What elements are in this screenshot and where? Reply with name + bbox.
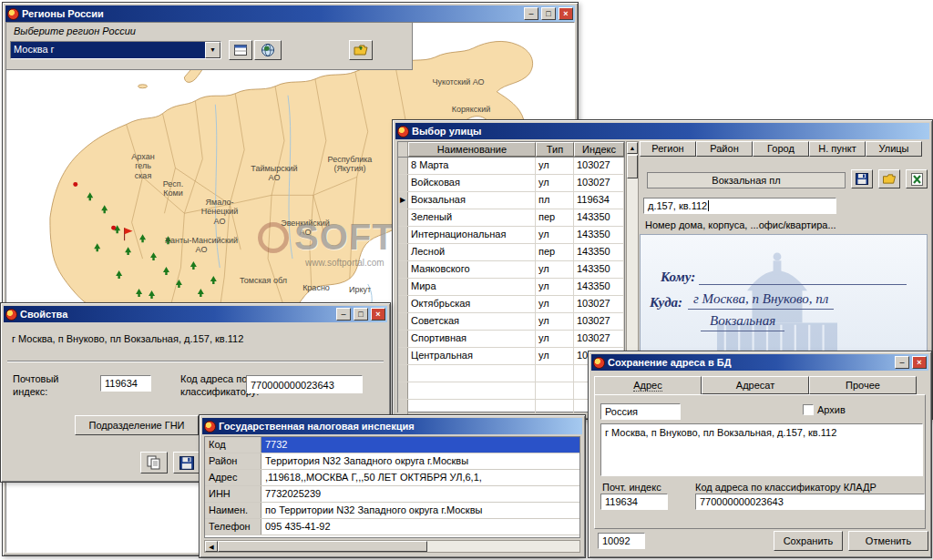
window-tax-inspection: Государственная налоговая инспекция Код …: [199, 414, 586, 558]
street-window-title: Выбор улицы: [412, 126, 928, 137]
region-combobox[interactable]: Москва г ▼: [10, 41, 221, 59]
kladr-code-display: 770000000023643: [246, 375, 363, 393]
save-titlebar[interactable]: Сохранение адреса в БД – ×: [591, 354, 928, 371]
house-number-input[interactable]: д.157, кв.112: [643, 198, 836, 214]
tax-row-name[interactable]: Наимен. по Территории N32 Западного окру…: [205, 503, 579, 519]
table-row[interactable]: 8 Марта ул 103027: [398, 158, 624, 175]
scroll-thumb[interactable]: [218, 541, 427, 552]
table-row[interactable]: Советская ул 103027: [398, 313, 624, 331]
export-excel-button[interactable]: [906, 169, 928, 188]
postcard-address-line1: г Москва, п Внуково, пл: [688, 291, 834, 310]
tax-row-district[interactable]: Район Территория N32 Западного округа г.…: [205, 453, 579, 470]
scroll-thumb[interactable]: [627, 155, 638, 178]
column-header[interactable]: Тип: [536, 142, 574, 157]
table-row[interactable]: Мира ул 143350: [398, 279, 624, 296]
tax-window-title: Государственная налоговая инспекция: [219, 421, 580, 432]
address-textarea[interactable]: г Москва, п Внуково, пл Вокзальная, д.15…: [600, 423, 923, 476]
row-marker-gutter: [398, 142, 408, 157]
horizontal-scrollbar[interactable]: ◀: [204, 540, 580, 553]
folder-icon: [882, 173, 897, 185]
postcard-where-label: Куда:: [650, 295, 682, 311]
properties-window-title: Свойства: [20, 309, 333, 320]
folder-button[interactable]: [878, 169, 900, 188]
cancel-button[interactable]: Отменить: [848, 531, 928, 551]
regions-titlebar[interactable]: Регионы России – □ ×: [5, 5, 575, 22]
address-level-tabs: Регион Район Город Н. пункт Улицы: [640, 141, 922, 157]
window-save-address: Сохранение адреса в БД – × Адрес Адресат…: [588, 351, 932, 558]
tab-streets[interactable]: Улицы: [866, 141, 922, 157]
copy-icon: [147, 455, 161, 470]
scroll-left-button[interactable]: ◀: [205, 541, 218, 552]
minimize-button[interactable]: –: [895, 356, 909, 369]
table-row[interactable]: Маяковского ул 143350: [398, 261, 624, 279]
table-row[interactable]: Зеленый пер 143350: [398, 209, 624, 227]
minimize-button[interactable]: –: [524, 7, 538, 20]
app-icon: [204, 421, 216, 433]
street-table-header: Наименование Тип Индекс: [398, 142, 624, 158]
tax-row-code[interactable]: Код 7732: [205, 437, 579, 453]
archive-checkbox-group[interactable]: Архив: [803, 404, 846, 415]
house-number-hint: Номер дома, корпуса, ...офис/квартира...: [645, 219, 836, 230]
properties-titlebar[interactable]: Свойства – □ ×: [4, 306, 387, 322]
tab-district[interactable]: Район: [696, 141, 753, 157]
text-caret: [708, 200, 709, 211]
close-button[interactable]: ×: [912, 356, 927, 369]
save-button[interactable]: [173, 452, 200, 473]
open-folder-button[interactable]: [349, 40, 373, 60]
postcard-to-label: Кому:: [661, 270, 695, 285]
column-header[interactable]: Наименование: [408, 142, 536, 157]
save-street-button[interactable]: [851, 169, 873, 188]
copy-button[interactable]: [140, 452, 168, 473]
globe-button[interactable]: [254, 40, 282, 60]
country-input[interactable]: [600, 403, 681, 420]
postal-index-label: Почт. индекс: [602, 482, 661, 493]
region-combo-value: Москва г: [11, 42, 205, 58]
archive-checkbox[interactable]: [803, 404, 814, 415]
tab-other[interactable]: Прочее: [809, 376, 917, 394]
table-row[interactable]: Войсковая ул 103027: [398, 175, 624, 192]
app-icon: [5, 309, 17, 321]
globe-icon: [261, 43, 275, 57]
address-tab-page: Архив г Москва, п Внуково, пл Вокзальная…: [594, 394, 926, 529]
street-titlebar[interactable]: Выбор улицы: [395, 123, 929, 139]
gni-division-button[interactable]: Подразделение ГНИ: [75, 415, 199, 435]
tab-locality[interactable]: Н. пункт: [809, 141, 866, 157]
kladr-code-input[interactable]: [695, 494, 925, 510]
table-row[interactable]: Лесной пер 143350: [398, 244, 624, 261]
tab-city[interactable]: Город: [753, 141, 809, 157]
save-button[interactable]: Сохранить: [774, 531, 843, 551]
close-button[interactable]: ×: [559, 7, 573, 20]
table-row[interactable]: Спортивная ул 103027: [398, 331, 624, 348]
tax-row-inn[interactable]: ИНН 7732025239: [205, 486, 579, 503]
postal-index-input[interactable]: [100, 375, 151, 392]
app-icon: [7, 8, 19, 20]
table-row-selected[interactable]: ▶ Вокзальная пл 119634: [398, 192, 624, 209]
postal-index-label: Почтовый индекс:: [13, 373, 58, 399]
table-icon: [234, 45, 247, 56]
table-row[interactable]: Интернациональная ул 143350: [398, 227, 624, 244]
maximize-button[interactable]: □: [541, 7, 556, 20]
tax-titlebar[interactable]: Государственная налоговая инспекция: [202, 418, 582, 434]
diskette-icon: [856, 173, 868, 185]
select-region-label: Выберите регион России: [14, 25, 136, 36]
column-header[interactable]: Индекс: [574, 142, 624, 157]
tax-row-address[interactable]: Адрес ,119618,,МОСКВА Г,,,50 ЛЕТ ОКТЯБРЯ…: [205, 470, 579, 486]
tab-address[interactable]: Адрес: [594, 376, 702, 395]
full-address-text: г Москва, п Внуково, пл Вокзальная, д.15…: [12, 333, 379, 344]
close-button[interactable]: ×: [371, 308, 385, 321]
app-icon: [397, 126, 409, 137]
tab-addressee[interactable]: Адресат: [702, 376, 809, 394]
table-row[interactable]: Октябрьская ул 103027: [398, 296, 624, 313]
minimize-button[interactable]: –: [336, 308, 351, 321]
postal-index-input[interactable]: [600, 494, 668, 510]
tab-region[interactable]: Регион: [640, 141, 696, 157]
combo-dropdown-button[interactable]: ▼: [205, 42, 220, 58]
region-list-button[interactable]: [229, 40, 252, 60]
excel-icon: [911, 173, 923, 186]
maximize-button[interactable]: □: [354, 308, 368, 321]
selected-street-display: Вокзальная пл: [647, 172, 846, 188]
tax-row-phone[interactable]: Телефон 095 435-41-92: [205, 519, 579, 535]
regions-toolbar: Выберите регион России Москва г ▼: [6, 23, 413, 70]
tax-info-grid[interactable]: Код 7732 Район Территория N32 Западного …: [204, 436, 580, 538]
scroll-up-button[interactable]: ▲: [627, 142, 638, 154]
